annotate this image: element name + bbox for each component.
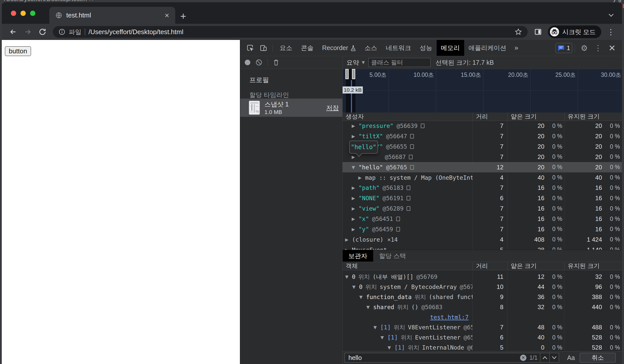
perspective-select[interactable]: 요약 ▼ <box>346 58 365 67</box>
class-filter-input[interactable] <box>368 58 431 67</box>
selection-handle-left[interactable] <box>345 69 349 79</box>
devtools-tab[interactable]: 성능 <box>415 40 437 56</box>
preview-object-icon[interactable] <box>421 124 425 128</box>
incognito-badge[interactable]: 시크릿 모드 <box>548 26 601 38</box>
constructor-row[interactable]: ▶"pressure"@566397200 %200 % <box>343 121 622 131</box>
chevron-expanded-icon[interactable]: ▼ <box>373 325 380 330</box>
side-panel-icon[interactable] <box>531 28 545 36</box>
page-info-icon[interactable] <box>58 28 65 35</box>
retainer-row[interactable]: ▼[1]위치InternalNode@6500 %5280 % <box>343 343 622 351</box>
preview-object-icon[interactable] <box>396 217 400 221</box>
column-constructor[interactable]: 생성자 <box>343 112 473 121</box>
devtools-tab[interactable]: 요소 <box>275 40 297 56</box>
column-shallow-size[interactable]: 얕은 크기 <box>507 112 564 121</box>
minimize-window-button[interactable] <box>20 11 26 16</box>
bookmark-star-icon[interactable] <box>515 28 522 36</box>
device-toolbar-icon[interactable] <box>257 44 270 52</box>
constructor-row[interactable]: ▼"hello"@5676512200 %200 % <box>343 162 622 172</box>
preview-object-icon[interactable] <box>407 186 410 190</box>
allocation-timeline-overview[interactable]: 10.2 kB 5.00초10.00초15.00초20.00초25.00초30.… <box>343 69 622 112</box>
back-button[interactable] <box>6 28 20 36</box>
column-object[interactable]: 객체 <box>343 262 473 270</box>
chevron-collapsed-icon[interactable]: ▶ <box>352 196 359 201</box>
chevron-expanded-icon[interactable]: ▼ <box>381 335 387 340</box>
save-snapshot-link[interactable]: 저장 <box>326 104 339 112</box>
chevron-collapsed-icon[interactable]: ▶ <box>345 237 352 242</box>
chevron-collapsed-icon[interactable]: ▶ <box>352 227 359 232</box>
close-devtools-icon[interactable]: ✕ <box>605 43 619 53</box>
column-shallow-size[interactable]: 얕은 크기 <box>507 262 564 270</box>
tab-close-icon[interactable]: × <box>165 12 169 19</box>
forward-button[interactable] <box>20 28 35 36</box>
inspect-element-icon[interactable] <box>244 44 257 52</box>
constructor-row[interactable]: ▶"y"@564597160 %160 % <box>343 224 622 234</box>
chevron-collapsed-icon[interactable]: ▶ <box>345 247 352 250</box>
retainer-row[interactable]: ▼0위치(내부 배열)[]@5676911120 %320 % <box>343 272 622 282</box>
new-tab-button[interactable]: + <box>180 11 186 22</box>
clear-profiles-icon[interactable] <box>255 59 262 66</box>
retainers-tab[interactable]: 보관자 <box>343 250 373 262</box>
delete-profile-icon[interactable] <box>273 59 279 66</box>
tab-search-chevron-icon[interactable] <box>608 13 614 17</box>
clear-search-icon[interactable]: ✕ <box>520 355 526 361</box>
chevron-collapsed-icon[interactable]: ▶ <box>352 185 359 190</box>
browser-tab[interactable]: test.html × <box>49 7 175 24</box>
preview-object-icon[interactable] <box>410 144 414 149</box>
constructor-row[interactable]: ▶map :: system / Map (OneByteInte4400 %4… <box>343 172 622 183</box>
chevron-expanded-icon[interactable]: ▼ <box>352 284 359 289</box>
devtools-tab[interactable]: 애플리케이션 <box>464 40 511 56</box>
source-location-link[interactable]: test.html:7 <box>430 314 469 321</box>
preview-object-icon[interactable] <box>410 165 414 170</box>
constructor-row[interactable]: ▶"tiltX"@566477200 %200 % <box>343 131 622 142</box>
maximize-window-button[interactable] <box>30 11 35 16</box>
devtools-tab[interactable]: Recorder <box>318 40 360 56</box>
devtools-tab[interactable]: 네트워크 <box>382 40 415 56</box>
devtools-tab[interactable]: 소스 <box>360 40 382 56</box>
address-bar[interactable]: 파일 /Users/yceffort/Desktop/test.html <box>53 26 528 38</box>
retainer-row[interactable]: ▼[1]위치EventListener@6536400 %5280 % <box>343 332 622 343</box>
constructor-row[interactable]: ▶"x"@564517160 %160 % <box>343 214 622 224</box>
column-retained-size[interactable]: 유지된 크기 <box>564 112 622 121</box>
chevron-collapsed-icon[interactable]: ▶ <box>352 206 359 211</box>
column-distance[interactable]: 거리 <box>473 262 507 270</box>
constructor-row[interactable]: ▶"view"@562897160 %160 % <box>343 203 622 214</box>
preview-object-icon[interactable] <box>407 196 410 200</box>
reload-button[interactable] <box>35 28 50 36</box>
constructor-row[interactable]: ▶"path"@561837160 %160 % <box>343 183 622 193</box>
devtools-menu-icon[interactable]: ⋮ <box>591 43 605 52</box>
chevron-collapsed-icon[interactable]: ▶ <box>352 134 359 139</box>
column-distance[interactable]: 거리 <box>473 112 507 121</box>
match-case-toggle[interactable]: Aa <box>567 352 575 364</box>
constructor-row[interactable]: ▶MouseEvent5280 %1 1400 % <box>343 245 622 250</box>
previous-match-button[interactable] <box>540 353 549 362</box>
retainer-row[interactable]: test.html:7 <box>343 312 622 322</box>
retainer-row[interactable]: ▼shared위치()@506838320 %4400 % <box>343 302 622 312</box>
close-window-button[interactable] <box>11 11 16 16</box>
chevron-expanded-icon[interactable]: ▼ <box>359 294 366 300</box>
devtools-tab[interactable]: 콘솔 <box>297 40 318 56</box>
preview-object-icon[interactable] <box>396 227 400 232</box>
constructor-row[interactable]: ▶"NONE"@561916160 %160 % <box>343 193 622 203</box>
constructor-row[interactable]: ▶"tiltY"@566557200 %200 % <box>343 142 622 152</box>
chevron-collapsed-icon[interactable]: ▶ <box>352 216 359 221</box>
constructor-row[interactable]: ▶(closure)×1444080 %1 4240 % <box>343 234 622 245</box>
retainer-row[interactable]: ▼0위치system / BytecodeArray@5677110440 %9… <box>343 282 622 292</box>
cancel-search-button[interactable]: 취소 <box>580 353 616 362</box>
settings-gear-icon[interactable]: ⚙ <box>577 43 591 53</box>
page-button[interactable]: button <box>5 46 31 56</box>
preview-object-icon[interactable] <box>410 134 414 139</box>
retainer-row[interactable]: ▼[1]위치V8EventListener@6537480 %4880 % <box>343 322 622 332</box>
preview-object-icon[interactable] <box>409 155 413 159</box>
more-tabs-button[interactable]: » <box>511 44 522 52</box>
next-match-button[interactable] <box>549 353 559 362</box>
selection-handle-right[interactable] <box>352 69 355 79</box>
retainer-row[interactable]: ▼function_data위치(shared functio9360 %388… <box>343 292 622 302</box>
constructor-row[interactable]: ▶@566877200 %200 % <box>343 152 622 162</box>
chevron-expanded-icon[interactable]: ▼ <box>352 165 359 170</box>
issues-badge[interactable]: 1 <box>555 43 572 53</box>
chevron-expanded-icon[interactable]: ▼ <box>388 345 394 350</box>
devtools-tab[interactable]: 메모리 <box>437 40 464 56</box>
retainers-tab[interactable]: 할당 스택 <box>373 250 412 262</box>
snapshot-item[interactable]: % 스냅샷 1 1.0 MB 저장 <box>240 99 342 117</box>
preview-object-icon[interactable] <box>407 206 410 211</box>
